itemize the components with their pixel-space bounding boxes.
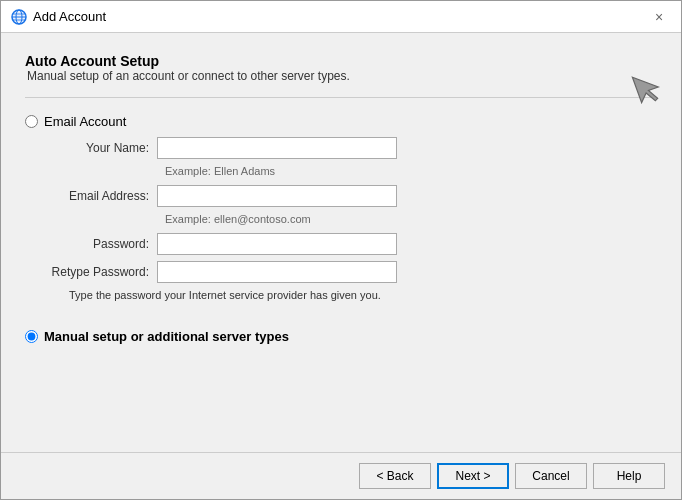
close-button[interactable]: × [647, 5, 671, 29]
email-account-group: Email Account Your Name: Example: Ellen … [25, 114, 657, 301]
email-label: Email Address: [47, 189, 157, 203]
footer: < Back Next > Cancel Help [1, 452, 681, 499]
window-title: Add Account [33, 9, 106, 24]
retype-input[interactable] [157, 261, 397, 283]
section-header: Auto Account Setup Manual setup of an ac… [25, 53, 657, 83]
divider [25, 97, 657, 98]
manual-setup-radio-label[interactable]: Manual setup or additional server types [25, 329, 657, 344]
add-account-window: Add Account × Auto Account Setup Manual … [0, 0, 682, 500]
name-label: Your Name: [47, 141, 157, 155]
manual-setup-radio[interactable] [25, 330, 38, 343]
title-bar-left: Add Account [11, 9, 106, 25]
title-bar: Add Account × [1, 1, 681, 33]
retype-label: Retype Password: [47, 265, 157, 279]
email-account-radio-label[interactable]: Email Account [25, 114, 657, 129]
password-input[interactable] [157, 233, 397, 255]
name-row: Your Name: [47, 137, 657, 159]
globe-icon [11, 9, 27, 25]
email-input[interactable] [157, 185, 397, 207]
section-subtitle: Manual setup of an account or connect to… [27, 69, 657, 83]
section-title: Auto Account Setup [25, 53, 657, 69]
retype-row: Retype Password: [47, 261, 657, 283]
name-input[interactable] [157, 137, 397, 159]
content-area: Auto Account Setup Manual setup of an ac… [1, 33, 681, 452]
password-label: Password: [47, 237, 157, 251]
name-example: Example: Ellen Adams [165, 165, 657, 177]
email-account-radio[interactable] [25, 115, 38, 128]
next-button[interactable]: Next > [437, 463, 509, 489]
back-button[interactable]: < Back [359, 463, 431, 489]
password-hint: Type the password your Internet service … [69, 289, 657, 301]
manual-setup-label: Manual setup or additional server types [44, 329, 289, 344]
email-row: Email Address: [47, 185, 657, 207]
password-row: Password: [47, 233, 657, 255]
help-button[interactable]: Help [593, 463, 665, 489]
email-account-label: Email Account [44, 114, 126, 129]
email-example: Example: ellen@contoso.com [165, 213, 657, 225]
cancel-button[interactable]: Cancel [515, 463, 587, 489]
email-form-fields: Your Name: Example: Ellen Adams Email Ad… [47, 137, 657, 301]
